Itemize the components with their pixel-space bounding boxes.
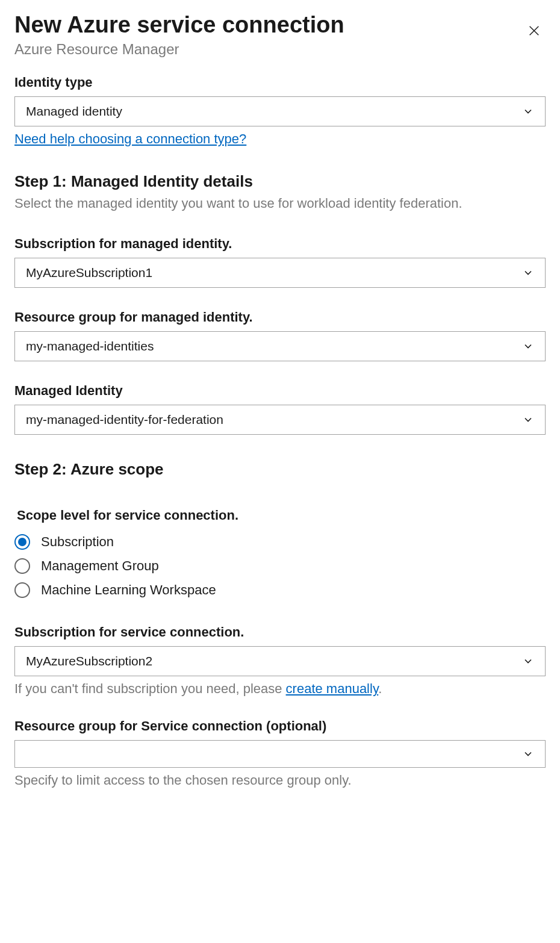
chevron-down-icon [516, 748, 534, 760]
subscription-service-helper-suffix: . [378, 681, 382, 696]
resource-group-service-label: Resource group for Service connection (o… [14, 718, 546, 734]
identity-type-value: Managed identity [26, 104, 516, 119]
radio-selected-icon [14, 534, 30, 550]
resource-group-identity-label: Resource group for managed identity. [14, 310, 546, 325]
subscription-identity-dropdown[interactable]: MyAzureSubscription1 [14, 258, 546, 288]
managed-identity-dropdown[interactable]: my-managed-identity-for-federation [14, 405, 546, 435]
identity-type-dropdown[interactable]: Managed identity [14, 96, 546, 126]
radio-unselected-icon [14, 582, 30, 598]
subscription-service-label: Subscription for service connection. [14, 624, 546, 640]
chevron-down-icon [516, 105, 534, 117]
close-button[interactable] [523, 19, 546, 42]
subscription-identity-label: Subscription for managed identity. [14, 236, 546, 252]
scope-radio-ml-workspace-label: Machine Learning Workspace [41, 582, 216, 598]
scope-radio-ml-workspace[interactable]: Machine Learning Workspace [14, 580, 546, 600]
resource-group-identity-value: my-managed-identities [26, 339, 516, 353]
scope-radio-subscription[interactable]: Subscription [14, 532, 546, 552]
scope-radio-management-group[interactable]: Management Group [14, 556, 546, 576]
step2-heading: Step 2: Azure scope [14, 460, 546, 479]
chevron-down-icon [516, 414, 534, 426]
resource-group-service-helper: Specify to limit access to the chosen re… [14, 773, 546, 788]
subscription-service-helper: If you can't find subscription you need,… [14, 681, 546, 697]
chevron-down-icon [516, 655, 534, 667]
close-icon [527, 24, 541, 37]
subscription-service-dropdown[interactable]: MyAzureSubscription2 [14, 646, 546, 676]
step1-description: Select the managed identity you want to … [14, 195, 508, 213]
scope-radio-subscription-label: Subscription [41, 534, 114, 550]
page-subtitle: Azure Resource Manager [14, 41, 523, 58]
identity-type-label: Identity type [14, 75, 546, 90]
subscription-identity-value: MyAzureSubscription1 [26, 266, 516, 280]
chevron-down-icon [516, 267, 534, 279]
scope-radio-management-group-label: Management Group [41, 558, 159, 574]
subscription-service-helper-prefix: If you can't find subscription you need,… [14, 681, 286, 696]
chevron-down-icon [516, 340, 534, 352]
radio-unselected-icon [14, 558, 30, 574]
managed-identity-label: Managed Identity [14, 383, 546, 399]
resource-group-identity-dropdown[interactable]: my-managed-identities [14, 331, 546, 361]
resource-group-service-dropdown[interactable] [14, 740, 546, 768]
page-title: New Azure service connection [14, 12, 523, 39]
managed-identity-value: my-managed-identity-for-federation [26, 412, 516, 427]
create-manually-link[interactable]: create manually [286, 681, 379, 696]
subscription-service-value: MyAzureSubscription2 [26, 654, 516, 668]
scope-level-label: Scope level for service connection. [17, 508, 546, 523]
help-choosing-connection-link[interactable]: Need help choosing a connection type? [14, 131, 246, 147]
step1-heading: Step 1: Managed Identity details [14, 172, 546, 191]
